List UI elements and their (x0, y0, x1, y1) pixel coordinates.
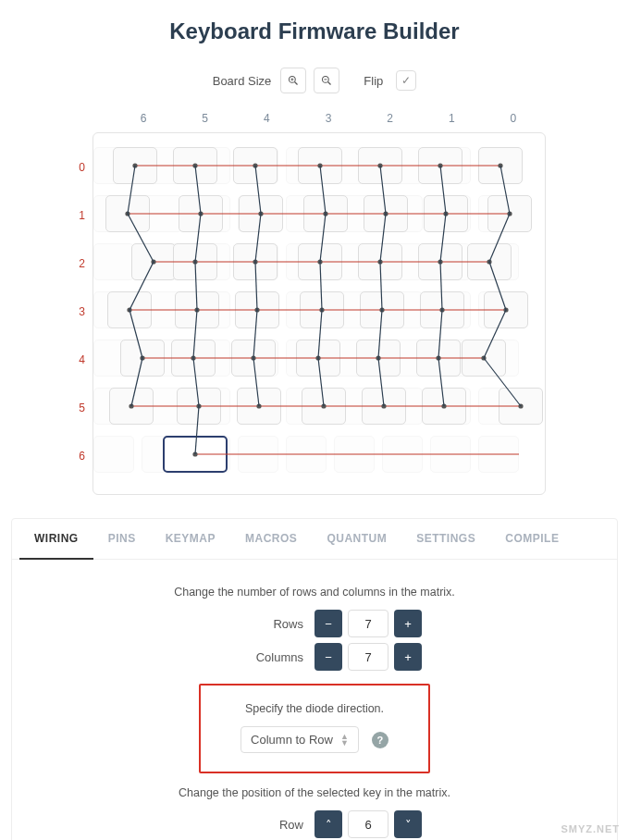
col-label: 6 (120, 112, 166, 125)
key-cell[interactable] (233, 147, 278, 184)
row-label: 5 (65, 384, 92, 432)
key-cell[interactable] (107, 291, 152, 328)
tab-keymap[interactable]: KEYMAP (151, 519, 230, 559)
key-cell[interactable] (302, 388, 346, 425)
key-cell[interactable] (179, 195, 223, 232)
row-up-button[interactable]: ˄ (314, 810, 342, 838)
position-instruction: Change the position of the selected key … (21, 786, 608, 799)
key-cell[interactable] (237, 388, 281, 425)
key-cell[interactable] (173, 147, 217, 184)
key-cell[interactable] (418, 243, 462, 280)
key-cell[interactable] (484, 291, 528, 328)
board-size-label: Board Size (213, 74, 272, 88)
key-cell[interactable] (467, 243, 512, 280)
row-label: Row (207, 818, 309, 832)
svg-line-1 (295, 82, 298, 85)
key-cell[interactable] (296, 340, 340, 377)
page-title: Keyboard Firmware Builder (0, 19, 629, 44)
key-cell[interactable] (177, 388, 221, 425)
key-cell[interactable] (416, 340, 461, 377)
key-cell[interactable] (173, 243, 217, 280)
zoom-in-icon (288, 75, 299, 86)
key-cell[interactable] (462, 340, 506, 377)
rows-label: Rows (207, 617, 309, 631)
minus-icon: − (325, 617, 332, 631)
grid-filler (382, 436, 423, 473)
zoom-out-button[interactable] (314, 68, 339, 93)
key-cell[interactable] (420, 291, 464, 328)
key-cell[interactable] (298, 147, 342, 184)
key-cell[interactable] (231, 340, 276, 377)
minus-icon: − (325, 650, 332, 664)
key-cell[interactable] (113, 147, 157, 184)
col-label: 3 (305, 112, 352, 125)
select-arrows-icon: ▲▼ (340, 734, 349, 747)
columns-value: 7 (348, 643, 388, 671)
rows-value: 7 (348, 610, 388, 637)
columns-label: Columns (207, 650, 309, 664)
key-cell[interactable] (105, 195, 150, 232)
key-cell[interactable] (418, 147, 462, 184)
key-cell[interactable] (163, 436, 228, 473)
key-cell[interactable] (499, 388, 543, 425)
key-cell[interactable] (239, 195, 283, 232)
key-cell[interactable] (109, 388, 154, 425)
help-icon[interactable]: ? (372, 732, 388, 748)
key-cell[interactable] (120, 340, 165, 377)
row-label: 2 (65, 240, 92, 288)
diode-direction-section: Specify the diode direction. Column to R… (199, 684, 430, 773)
grid-filler (238, 436, 278, 473)
key-cell[interactable] (233, 243, 278, 280)
plus-icon: + (404, 650, 412, 664)
key-cell[interactable] (364, 195, 408, 232)
columns-decrement-button[interactable]: − (314, 643, 342, 671)
row-label: 0 (65, 143, 92, 191)
key-cell[interactable] (131, 243, 176, 280)
key-cell[interactable] (298, 243, 342, 280)
zoom-out-icon (321, 75, 332, 86)
matrix-grid-container (92, 132, 546, 495)
key-cell[interactable] (356, 340, 401, 377)
key-cell[interactable] (362, 388, 406, 425)
key-cell[interactable] (360, 291, 404, 328)
key-cell[interactable] (175, 291, 219, 328)
key-cell[interactable] (487, 195, 532, 232)
column-labels: 6 5 4 3 2 1 0 (65, 112, 564, 125)
flip-label: Flip (364, 74, 383, 88)
rows-decrement-button[interactable]: − (314, 610, 342, 637)
key-cell[interactable] (424, 195, 468, 232)
rows-cols-instruction: Change the number of rows and columns in… (21, 586, 608, 599)
plus-icon: + (404, 617, 412, 631)
grid-filler (430, 436, 471, 473)
col-label: 5 (182, 112, 228, 125)
grid-filler (334, 436, 375, 473)
key-cell[interactable] (358, 147, 402, 184)
key-cell[interactable] (358, 243, 402, 280)
tab-compile[interactable]: COMPILE (490, 519, 574, 559)
rows-increment-button[interactable]: + (394, 610, 422, 637)
key-cell[interactable] (171, 340, 216, 377)
tab-settings[interactable]: SETTINGS (401, 519, 490, 559)
col-label: 1 (428, 112, 475, 125)
zoom-in-button[interactable] (280, 68, 306, 93)
key-cell[interactable] (422, 388, 466, 425)
flip-checkbox[interactable]: ✓ (396, 70, 416, 91)
tab-wiring[interactable]: WIRING (19, 519, 93, 560)
row-label: 3 (65, 288, 92, 336)
tab-quantum[interactable]: QUANTUM (312, 519, 401, 559)
row-down-button[interactable]: ˅ (394, 810, 422, 838)
columns-increment-button[interactable]: + (394, 643, 422, 671)
key-cell[interactable] (235, 291, 279, 328)
key-cell[interactable] (303, 195, 348, 232)
key-cell[interactable] (300, 291, 344, 328)
diode-direction-select[interactable]: Column to Row ▲▼ (240, 726, 359, 753)
col-label: 0 (490, 112, 536, 125)
config-panel: WIRINGPINSKEYMAPMACROSQUANTUMSETTINGSCOM… (11, 518, 618, 840)
row-labels: 0 1 2 3 4 5 6 (65, 132, 92, 495)
key-cell[interactable] (478, 147, 523, 184)
matrix-grid[interactable] (103, 142, 537, 485)
svg-line-5 (328, 82, 331, 85)
tab-pins[interactable]: PINS (93, 519, 151, 559)
grid-filler (93, 243, 134, 280)
tab-macros[interactable]: MACROS (230, 519, 312, 559)
